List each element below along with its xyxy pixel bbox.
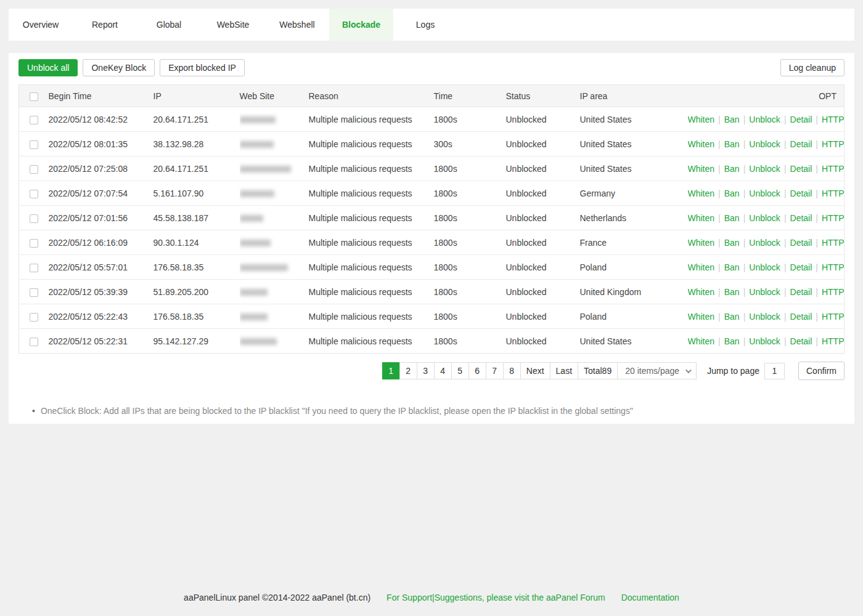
tab-report[interactable]: Report: [73, 9, 137, 41]
row-checkbox[interactable]: [30, 116, 38, 124]
opt-ban-link[interactable]: Ban: [724, 287, 740, 297]
opt-actions: Whiten|Ban|Unblock|Detail|HTTP: [688, 329, 845, 354]
page-4-button[interactable]: 4: [434, 362, 452, 379]
opt-whiten-link[interactable]: Whiten: [688, 312, 715, 322]
opt-http-link[interactable]: HTTP: [822, 238, 845, 248]
website-redacted-blur: [240, 338, 277, 345]
documentation-link[interactable]: Documentation: [621, 593, 679, 602]
opt-detail-link[interactable]: Detail: [790, 312, 812, 322]
opt-http-link[interactable]: HTTP: [822, 262, 845, 272]
opt-ban-link[interactable]: Ban: [724, 115, 740, 124]
opt-detail-link[interactable]: Detail: [790, 287, 812, 297]
reason-cell: Multiple malicious requests: [309, 255, 434, 280]
opt-unblock-link[interactable]: Unblock: [749, 188, 780, 198]
opt-separator: |: [743, 312, 746, 322]
opt-http-link[interactable]: HTTP: [822, 139, 845, 149]
tab-global[interactable]: Global: [137, 9, 201, 41]
unblock-all-button[interactable]: Unblock all: [18, 59, 78, 76]
opt-separator: |: [816, 336, 818, 346]
opt-ban-link[interactable]: Ban: [724, 213, 740, 223]
page-3-button[interactable]: 3: [417, 362, 435, 379]
opt-ban-link[interactable]: Ban: [724, 238, 740, 248]
opt-http-link[interactable]: HTTP: [822, 312, 845, 322]
row-checkbox[interactable]: [30, 165, 38, 174]
onekey-block-button[interactable]: OneKey Block: [83, 59, 155, 76]
row-checkbox[interactable]: [30, 338, 38, 346]
opt-http-link[interactable]: HTTP: [822, 164, 845, 174]
tab-logs[interactable]: Logs: [393, 9, 457, 41]
opt-ban-link[interactable]: Ban: [724, 312, 740, 322]
opt-detail-link[interactable]: Detail: [790, 139, 812, 149]
support-forum-link[interactable]: For Support|Suggestions, please visit th…: [387, 593, 605, 602]
items-per-page-select[interactable]: 20 items/page: [617, 362, 697, 379]
opt-unblock-link[interactable]: Unblock: [749, 139, 780, 149]
opt-unblock-link[interactable]: Unblock: [749, 287, 780, 297]
opt-detail-link[interactable]: Detail: [790, 213, 812, 223]
page-8-button[interactable]: 8: [503, 362, 521, 379]
opt-whiten-link[interactable]: Whiten: [688, 336, 715, 346]
tab-overview[interactable]: Overview: [9, 9, 73, 41]
opt-unblock-link[interactable]: Unblock: [749, 312, 780, 322]
opt-detail-link[interactable]: Detail: [790, 238, 812, 248]
begin-time-cell: 2022/05/12 07:07:54: [49, 181, 153, 206]
row-checkbox[interactable]: [30, 239, 38, 248]
header-time: Time: [434, 85, 506, 107]
page-6-button[interactable]: 6: [468, 362, 486, 379]
opt-ban-link[interactable]: Ban: [724, 139, 740, 149]
next-page-button[interactable]: Next: [520, 362, 550, 379]
row-checkbox[interactable]: [30, 288, 38, 297]
status-cell: Unblocked: [506, 107, 580, 132]
page-1-button[interactable]: 1: [382, 362, 400, 379]
opt-http-link[interactable]: HTTP: [822, 287, 845, 297]
opt-ban-link[interactable]: Ban: [724, 164, 740, 174]
jump-to-page-input[interactable]: [764, 363, 785, 379]
opt-separator: |: [816, 287, 818, 297]
table-row: 2022/05/12 05:57:01 176.58.18.35 Multipl…: [19, 255, 845, 280]
last-page-button[interactable]: Last: [550, 362, 578, 379]
confirm-button[interactable]: Confirm: [798, 362, 845, 380]
opt-detail-link[interactable]: Detail: [790, 188, 812, 198]
opt-http-link[interactable]: HTTP: [822, 213, 845, 223]
row-checkbox[interactable]: [30, 140, 38, 149]
opt-detail-link[interactable]: Detail: [790, 262, 812, 272]
opt-ban-link[interactable]: Ban: [724, 262, 740, 272]
opt-separator: |: [816, 115, 818, 124]
row-checkbox[interactable]: [30, 313, 38, 322]
row-checkbox[interactable]: [30, 264, 38, 272]
opt-detail-link[interactable]: Detail: [790, 115, 812, 124]
opt-ban-link[interactable]: Ban: [724, 336, 740, 346]
page-7-button[interactable]: 7: [486, 362, 504, 379]
opt-unblock-link[interactable]: Unblock: [749, 213, 780, 223]
opt-http-link[interactable]: HTTP: [822, 188, 845, 198]
opt-http-link[interactable]: HTTP: [822, 336, 845, 346]
opt-unblock-link[interactable]: Unblock: [749, 336, 780, 346]
opt-ban-link[interactable]: Ban: [724, 188, 740, 198]
opt-detail-link[interactable]: Detail: [790, 164, 812, 174]
page-2-button[interactable]: 2: [399, 362, 417, 379]
tab-webshell[interactable]: Webshell: [265, 9, 329, 41]
page-5-button[interactable]: 5: [451, 362, 469, 379]
row-checkbox[interactable]: [30, 190, 38, 198]
opt-whiten-link[interactable]: Whiten: [688, 115, 715, 124]
opt-whiten-link[interactable]: Whiten: [688, 164, 715, 174]
opt-whiten-link[interactable]: Whiten: [688, 262, 715, 272]
tab-website[interactable]: WebSite: [201, 9, 265, 41]
opt-unblock-link[interactable]: Unblock: [749, 164, 780, 174]
export-blocked-ip-button[interactable]: Export blocked IP: [160, 59, 245, 76]
opt-whiten-link[interactable]: Whiten: [688, 139, 715, 149]
tab-blockade[interactable]: Blockade: [329, 9, 393, 41]
opt-unblock-link[interactable]: Unblock: [749, 238, 780, 248]
opt-whiten-link[interactable]: Whiten: [688, 213, 715, 223]
row-checkbox[interactable]: [30, 214, 38, 223]
log-cleanup-button[interactable]: Log cleanup: [780, 59, 845, 76]
opt-separator: |: [718, 262, 721, 272]
opt-whiten-link[interactable]: Whiten: [688, 287, 715, 297]
opt-unblock-link[interactable]: Unblock: [749, 262, 780, 272]
select-all-checkbox[interactable]: [30, 92, 38, 101]
opt-whiten-link[interactable]: Whiten: [688, 238, 715, 248]
opt-whiten-link[interactable]: Whiten: [688, 188, 715, 198]
opt-unblock-link[interactable]: Unblock: [749, 115, 780, 124]
table-row: 2022/05/12 07:01:56 45.58.138.187 Multip…: [19, 206, 845, 230]
opt-http-link[interactable]: HTTP: [822, 115, 845, 124]
opt-detail-link[interactable]: Detail: [790, 336, 812, 346]
